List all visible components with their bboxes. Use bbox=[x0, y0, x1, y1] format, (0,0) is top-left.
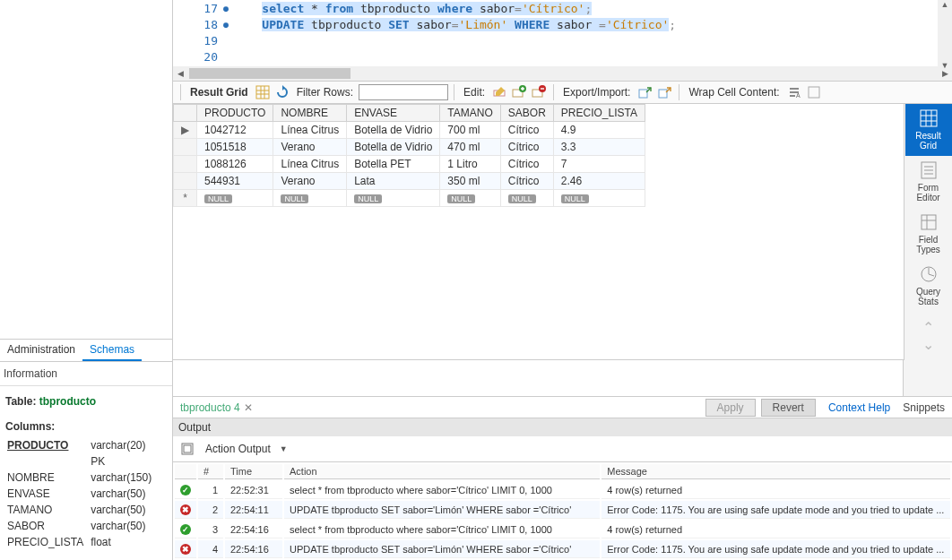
output-row[interactable]: ✖222:54:11UPDATE tbproducto SET sabor='L… bbox=[175, 501, 950, 519]
grid-cell[interactable]: NULL bbox=[553, 190, 645, 207]
row-header[interactable]: * bbox=[174, 190, 197, 207]
grid-cell[interactable]: 1051518 bbox=[197, 139, 273, 156]
grid-header[interactable]: PRODUCTO bbox=[197, 105, 273, 122]
grid-cell[interactable]: 1088126 bbox=[197, 156, 273, 173]
tab-schemas[interactable]: Schemas bbox=[82, 340, 142, 361]
row-header[interactable]: ▶ bbox=[174, 122, 197, 139]
grid-cell[interactable]: Cítrico bbox=[500, 139, 553, 156]
output-layout-icon[interactable] bbox=[178, 440, 196, 458]
grid-header[interactable]: PRECIO_LISTA bbox=[553, 105, 645, 122]
row-header[interactable] bbox=[174, 156, 197, 173]
grid-cell[interactable]: 3.3 bbox=[553, 139, 645, 156]
column-type: varchar(50) bbox=[91, 487, 157, 501]
snippets-link[interactable]: Snippets bbox=[903, 401, 945, 414]
grid-cell[interactable]: Línea Citrus bbox=[273, 122, 347, 139]
grid-header[interactable]: TAMANO bbox=[440, 105, 500, 122]
output-type-select[interactable]: Action Output bbox=[202, 441, 287, 457]
result-grid[interactable]: PRODUCTONOMBREENVASETAMANOSABORPRECIO_LI… bbox=[173, 104, 904, 360]
grid-cell[interactable]: 4.9 bbox=[553, 122, 645, 139]
filter-rows-input[interactable] bbox=[359, 84, 448, 100]
edit-label: Edit: bbox=[460, 86, 489, 99]
grid-cell[interactable]: Botella de Vidrio bbox=[347, 122, 440, 139]
grid-cell[interactable]: 350 ml bbox=[440, 173, 500, 190]
grid-cell[interactable]: Cítrico bbox=[500, 122, 553, 139]
grid-cell[interactable]: NULL bbox=[273, 190, 347, 207]
row-header[interactable] bbox=[174, 173, 197, 190]
context-help-link[interactable]: Context Help bbox=[828, 401, 890, 414]
wrap-cell-icon[interactable]: A bbox=[785, 83, 803, 101]
table-row[interactable]: ▶1042712Línea CitrusBotella de Vidrio700… bbox=[174, 122, 645, 139]
grid-cell[interactable]: NULL bbox=[500, 190, 553, 207]
result-tab[interactable]: tbproducto 4 ✕ bbox=[173, 397, 260, 418]
grid-cell[interactable]: NULL bbox=[197, 190, 273, 207]
output-row[interactable]: ✓322:54:16select * from tbproducto where… bbox=[175, 521, 950, 538]
grid-cell[interactable]: Línea Citrus bbox=[273, 156, 347, 173]
apply-button[interactable]: Apply bbox=[705, 399, 756, 417]
revert-button[interactable]: Revert bbox=[761, 399, 816, 417]
table-name: tbproducto bbox=[39, 395, 96, 408]
editor-vertical-scrollbar[interactable]: ▲ ▼ bbox=[938, 0, 952, 70]
breakpoint-dot-icon[interactable]: ● bbox=[223, 20, 234, 30]
scroll-right-icon[interactable]: ▶ bbox=[938, 69, 952, 78]
table-row[interactable]: 1051518VeranoBotella de Vidrio470 mlCítr… bbox=[174, 139, 645, 156]
scroll-thumb[interactable] bbox=[189, 68, 351, 79]
grid-cell[interactable]: 2.46 bbox=[553, 173, 645, 190]
row-header[interactable] bbox=[174, 139, 197, 156]
toolbar-extra-icon[interactable] bbox=[805, 83, 823, 101]
editor-horizontal-scrollbar[interactable]: ◀ ▶ bbox=[173, 66, 952, 81]
code-text[interactable]: UPDATE tbproducto SET sabor='Limón' WHER… bbox=[234, 18, 676, 31]
side-result-grid[interactable]: ResultGrid bbox=[905, 104, 952, 156]
side-query-stats[interactable]: QueryStats bbox=[905, 260, 952, 312]
side-nav-arrows[interactable]: ⌃⌄ bbox=[922, 312, 934, 360]
refresh-icon[interactable] bbox=[273, 83, 291, 101]
close-icon[interactable]: ✕ bbox=[244, 401, 253, 414]
information-header: Information bbox=[0, 362, 172, 386]
table-row[interactable]: 544931VeranoLata350 mlCítrico2.46 bbox=[174, 173, 645, 190]
side-field-types[interactable]: FieldTypes bbox=[905, 208, 952, 260]
line-number: 18 bbox=[173, 18, 223, 31]
tab-administration[interactable]: Administration bbox=[0, 340, 82, 361]
grid-cell[interactable]: Botella de Vidrio bbox=[347, 139, 440, 156]
code-text[interactable]: select * from tbproducto where sabor='Cí… bbox=[234, 2, 592, 15]
side-form-editor[interactable]: FormEditor bbox=[905, 156, 952, 208]
output-row[interactable]: ✓122:52:31select * from tbproducto where… bbox=[175, 481, 950, 499]
grid-cell[interactable]: Verano bbox=[273, 139, 347, 156]
grid-cell[interactable]: NULL bbox=[440, 190, 500, 207]
table-row[interactable]: 1088126Línea CitrusBotella PET1 LitroCít… bbox=[174, 156, 645, 173]
grid-cell[interactable]: Botella PET bbox=[347, 156, 440, 173]
grid-cell[interactable]: Cítrico bbox=[500, 156, 553, 173]
delete-row-icon[interactable] bbox=[530, 83, 548, 101]
svg-rect-0 bbox=[256, 86, 269, 99]
output-row[interactable]: ✖422:54:16UPDATE tbproducto SET sabor='L… bbox=[175, 540, 950, 558]
export-icon[interactable] bbox=[636, 83, 653, 101]
grid-cell[interactable]: 700 ml bbox=[440, 122, 500, 139]
table-row-null[interactable]: *NULLNULLNULLNULLNULLNULL bbox=[174, 190, 645, 207]
result-tab-bar: tbproducto 4 ✕ Apply Revert Context Help… bbox=[173, 396, 952, 418]
scroll-down-icon[interactable]: ▼ bbox=[941, 61, 949, 70]
grid-cell[interactable]: NULL bbox=[347, 190, 440, 207]
code-text[interactable] bbox=[234, 50, 262, 64]
edit-row-icon[interactable] bbox=[490, 83, 508, 101]
import-icon[interactable] bbox=[655, 83, 673, 101]
grid-cell[interactable]: 470 ml bbox=[440, 139, 500, 156]
scroll-up-icon[interactable]: ▲ bbox=[941, 0, 949, 9]
sql-editor[interactable]: 17● select * from tbproducto where sabor… bbox=[173, 0, 952, 66]
grid-cell[interactable]: 1042712 bbox=[197, 122, 273, 139]
grid-header[interactable]: ENVASE bbox=[347, 105, 440, 122]
column-type: varchar(20) bbox=[91, 438, 157, 452]
line-number: 19 bbox=[173, 34, 223, 47]
grid-cell[interactable]: 7 bbox=[553, 156, 645, 173]
scroll-left-icon[interactable]: ◀ bbox=[173, 69, 187, 78]
grid-header[interactable]: SABOR bbox=[500, 105, 553, 122]
add-row-icon[interactable] bbox=[510, 83, 528, 101]
code-text[interactable] bbox=[234, 34, 262, 47]
grid-cell[interactable]: 1 Litro bbox=[440, 156, 500, 173]
breakpoint-dot-icon[interactable]: ● bbox=[223, 4, 234, 13]
grid-header[interactable]: NOMBRE bbox=[273, 105, 347, 122]
output-grid[interactable]: # Time Action Message ✓122:52:31select *… bbox=[173, 462, 952, 560]
grid-cell[interactable]: Verano bbox=[273, 173, 347, 190]
grid-cell[interactable]: 544931 bbox=[197, 173, 273, 190]
grid-cell[interactable]: Lata bbox=[347, 173, 440, 190]
grid-cell[interactable]: Cítrico bbox=[500, 173, 553, 190]
result-grid-icon[interactable] bbox=[254, 83, 272, 101]
